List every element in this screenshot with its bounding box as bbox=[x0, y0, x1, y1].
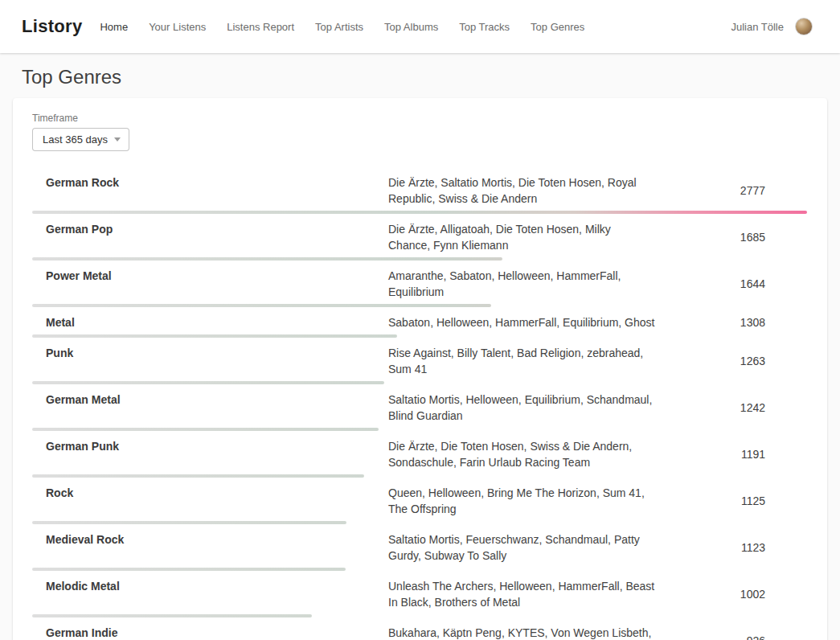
genre-row: Melodic Metal Unleash The Archers, Hello… bbox=[32, 571, 807, 617]
genre-row: Power Metal Amaranthe, Sabaton, Hellowee… bbox=[32, 261, 807, 307]
nav-item-top-genres[interactable]: Top Genres bbox=[531, 21, 584, 33]
genre-row: Punk Rise Against, Billy Talent, Bad Rel… bbox=[32, 338, 807, 384]
genre-bar-fill bbox=[32, 428, 379, 431]
genre-name: Punk bbox=[32, 345, 388, 361]
genre-bar-fill bbox=[32, 568, 346, 571]
genre-bar-fill bbox=[32, 474, 364, 478]
genre-artists: Die Ärzte, Saltatio Mortis, Die Toten Ho… bbox=[388, 174, 655, 207]
genre-count: 1123 bbox=[655, 541, 807, 554]
genre-row: Medieval Rock Saltatio Mortis, Feuerschw… bbox=[32, 524, 807, 571]
genre-artists: Bukahara, Käptn Peng, KYTES, Von Wegen L… bbox=[388, 625, 655, 640]
genre-count: 1644 bbox=[655, 277, 807, 290]
genre-bar bbox=[32, 257, 502, 261]
nav-item-top-tracks[interactable]: Top Tracks bbox=[459, 21, 510, 33]
genre-bar-fill bbox=[32, 614, 312, 617]
genre-bar-fill bbox=[32, 521, 346, 524]
genre-name: German Punk bbox=[32, 438, 388, 454]
genre-list: German Rock Die Ärzte, Saltatio Mortis, … bbox=[32, 167, 807, 640]
genre-count: 1685 bbox=[655, 231, 807, 244]
genre-bar-fill bbox=[32, 211, 807, 214]
genre-name: German Metal bbox=[32, 392, 388, 408]
nav-item-listens-report[interactable]: Listens Report bbox=[227, 21, 294, 33]
top-genres-card: Timeframe Last 365 days German Rock Die … bbox=[13, 98, 827, 640]
genre-count: 2777 bbox=[655, 184, 807, 197]
genre-row: German Punk Die Ärzte, Die Toten Hosen, … bbox=[32, 431, 807, 478]
genre-row: Metal Sabaton, Helloween, HammerFall, Eq… bbox=[32, 307, 807, 338]
genre-name: German Rock bbox=[32, 174, 388, 191]
page-title: Top Genres bbox=[22, 66, 840, 88]
genre-count: 1125 bbox=[655, 494, 807, 507]
genre-bar-fill bbox=[32, 381, 384, 384]
genre-bar bbox=[32, 211, 807, 214]
genre-bar bbox=[32, 568, 346, 571]
genre-bar-track bbox=[32, 211, 807, 214]
nav-user-section: Julian Tölle bbox=[731, 18, 813, 35]
nav-item-your-listens[interactable]: Your Listens bbox=[149, 21, 206, 33]
nav-item-top-artists[interactable]: Top Artists bbox=[315, 21, 363, 33]
user-avatar[interactable] bbox=[795, 18, 813, 35]
genre-count: 1308 bbox=[655, 316, 807, 329]
genre-count: 1002 bbox=[655, 588, 807, 601]
genre-bar bbox=[32, 334, 397, 338]
nav-links: HomeYour ListensListens ReportTop Artist… bbox=[100, 21, 731, 33]
chevron-down-icon bbox=[114, 137, 121, 142]
genre-artists: Amaranthe, Sabaton, Helloween, HammerFal… bbox=[388, 268, 655, 300]
genre-count: 926 bbox=[655, 634, 807, 640]
genre-bar bbox=[32, 614, 312, 617]
genre-row: German Indie Bukahara, Käptn Peng, KYTES… bbox=[32, 617, 807, 640]
genre-bar bbox=[32, 381, 384, 384]
genre-artists: Die Ärzte, Die Toten Hosen, Swiss & Die … bbox=[388, 438, 655, 470]
genre-bar bbox=[32, 521, 346, 524]
genre-row: German Metal Saltatio Mortis, Helloween,… bbox=[32, 384, 807, 431]
genre-name: Metal bbox=[32, 314, 388, 330]
timeframe-select[interactable]: Last 365 days bbox=[32, 128, 129, 151]
genre-bar-fill bbox=[32, 304, 491, 307]
genre-row: Rock Queen, Helloween, Bring Me The Hori… bbox=[32, 478, 807, 524]
genre-artists: Queen, Helloween, Bring Me The Horizon, … bbox=[388, 485, 655, 517]
genre-name: Medieval Rock bbox=[32, 531, 388, 548]
genre-bar-fill bbox=[32, 257, 502, 261]
genre-bar bbox=[32, 428, 379, 431]
genre-count: 1242 bbox=[655, 401, 807, 414]
app-logo[interactable]: Listory bbox=[22, 16, 82, 37]
genre-artists: Rise Against, Billy Talent, Bad Religion… bbox=[388, 345, 655, 377]
top-navbar: Listory HomeYour ListensListens ReportTo… bbox=[0, 0, 840, 53]
genre-name: German Pop bbox=[32, 221, 388, 237]
genre-bar bbox=[32, 474, 364, 478]
genre-name: German Indie bbox=[32, 625, 388, 640]
genre-artists: Saltatio Mortis, Helloween, Equilibrium,… bbox=[388, 392, 655, 424]
user-name: Julian Tölle bbox=[731, 21, 784, 33]
genre-artists: Die Ärzte, Alligatoah, Die Toten Hosen, … bbox=[388, 221, 655, 253]
genre-count: 1191 bbox=[655, 448, 807, 461]
timeframe-value: Last 365 days bbox=[43, 133, 108, 146]
genre-artists: Saltatio Mortis, Feuerschwanz, Schandmau… bbox=[388, 531, 655, 564]
genre-bar bbox=[32, 304, 491, 307]
genre-name: Melodic Metal bbox=[32, 578, 388, 594]
genre-count: 1263 bbox=[655, 355, 807, 367]
genre-artists: Sabaton, Helloween, HammerFall, Equilibr… bbox=[388, 314, 655, 330]
genre-bar-fill bbox=[32, 334, 397, 338]
genre-artists: Unleash The Archers, Helloween, HammerFa… bbox=[388, 578, 655, 610]
timeframe-label: Timeframe bbox=[32, 113, 807, 124]
nav-item-top-albums[interactable]: Top Albums bbox=[384, 21, 438, 33]
nav-item-home[interactable]: Home bbox=[100, 21, 128, 33]
genre-row: German Rock Die Ärzte, Saltatio Mortis, … bbox=[32, 167, 807, 214]
genre-row: German Pop Die Ärzte, Alligatoah, Die To… bbox=[32, 214, 807, 261]
genre-name: Rock bbox=[32, 485, 388, 501]
genre-name: Power Metal bbox=[32, 268, 388, 284]
